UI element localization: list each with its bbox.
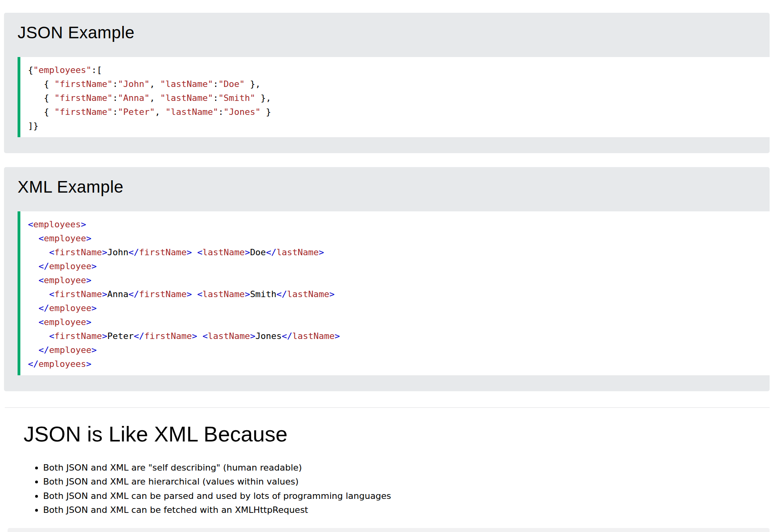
list-item: Both JSON and XML are hierarchical (valu… <box>43 475 772 489</box>
code-line: <firstName>John</firstName> <lastName>Do… <box>28 245 766 259</box>
xml-code-block: <employees> <employee> <firstName>John</… <box>18 211 770 375</box>
json-code-block: {"employees":[ { "firstName":"John", "la… <box>18 57 770 137</box>
next-section-panel-edge <box>8 528 770 532</box>
code-line: <employee> <box>28 315 766 329</box>
code-line: </employees> <box>28 357 766 371</box>
code-line: { "firstName":"John", "lastName":"Doe" }… <box>28 77 766 91</box>
comparison-list: Both JSON and XML are "self describing" … <box>24 461 772 517</box>
code-line: <employee> <box>28 231 766 245</box>
code-line: </employee> <box>28 343 766 357</box>
section-divider <box>5 407 770 408</box>
xml-example-section: XML Example <employees> <employee> <firs… <box>4 167 770 391</box>
json-example-title: JSON Example <box>18 24 770 41</box>
list-item: Both JSON and XML can be parsed and used… <box>43 489 772 503</box>
json-example-section: JSON Example {"employees":[ { "firstName… <box>4 13 770 153</box>
list-item: Both JSON and XML can be fetched with an… <box>43 503 772 517</box>
code-line: { "firstName":"Anna", "lastName":"Smith"… <box>28 91 766 105</box>
comparison-heading: JSON is Like XML Because <box>24 422 772 445</box>
code-line: <employee> <box>28 273 766 287</box>
xml-example-title: XML Example <box>18 178 770 196</box>
code-line: <firstName>Peter</firstName> <lastName>J… <box>28 329 766 343</box>
code-line: </employee> <box>28 259 766 273</box>
code-line: {"employees":[ <box>28 63 766 77</box>
code-line: ]} <box>28 119 766 133</box>
code-line: <employees> <box>28 217 766 231</box>
code-line: </employee> <box>28 301 766 315</box>
code-line: { "firstName":"Peter", "lastName":"Jones… <box>28 105 766 119</box>
list-item: Both JSON and XML are "self describing" … <box>43 461 772 475</box>
code-line: <firstName>Anna</firstName> <lastName>Sm… <box>28 287 766 301</box>
